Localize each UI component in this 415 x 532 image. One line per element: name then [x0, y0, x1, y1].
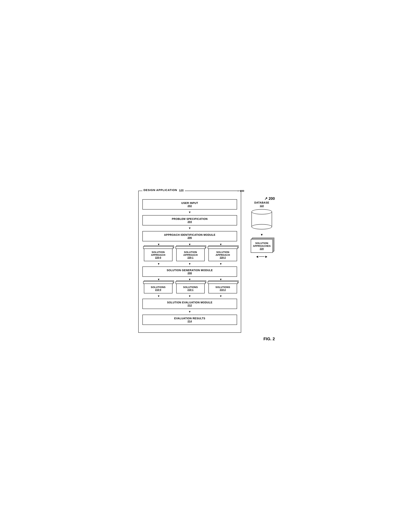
- paper-front-sol2: SOLUTIONS 210-2: [208, 284, 237, 294]
- arrow-sol-col2: [206, 294, 235, 299]
- sa-paper-front: SOLUTION APPROACHES 220: [251, 239, 273, 253]
- figure-label: FIG. 2: [138, 336, 277, 341]
- paper-front-sa0: SOLUTION APPROACH 220-0: [144, 248, 173, 261]
- arrow-user-to-prob: [142, 209, 237, 215]
- arrow-sa-col0: [144, 261, 173, 266]
- arrow-eval-to-results: [142, 309, 237, 314]
- arrow-prob-to-approach: [142, 226, 237, 231]
- diagram-ref: ← 200: [237, 190, 244, 192]
- diagram-area: DESIGN APPLICATION 120 ← 200 USER INPUT …: [138, 191, 277, 333]
- paper-front-sol1: SOLUTIONS 210-1: [176, 284, 205, 294]
- solution-approach-0: SOLUTION APPROACH 220-0: [142, 247, 173, 261]
- paper-front-sol0: SOLUTIONS 210-0: [144, 284, 173, 294]
- solutions-0: SOLUTIONS 210-0: [142, 282, 173, 294]
- arrow-sa-col1: [175, 261, 204, 266]
- page-container: DESIGN APPLICATION 120 ← 200 USER INPUT …: [135, 187, 280, 345]
- solution-gen-block: SOLUTION GENERATION MODULE 208: [142, 266, 237, 277]
- arrow-sol-col1: [175, 294, 204, 299]
- solutions-2: SOLUTIONS 210-2: [207, 282, 237, 294]
- arrow-sol-col0: [144, 294, 173, 299]
- database-label: DATABASE: [254, 201, 269, 204]
- db-solution-approaches: SOLUTION APPROACHES 220: [251, 239, 273, 253]
- solution-approach-2: SOLUTION APPROACH 220-2: [207, 247, 237, 261]
- eval-results-block: EVALUATION RESULTS 214: [142, 314, 237, 325]
- database-ref: 122: [260, 204, 264, 207]
- design-app-label: DESIGN APPLICATION 120: [142, 188, 185, 191]
- problem-spec-block: PROBLEM SPECIFICATION 204: [142, 215, 237, 226]
- main-flowchart-box: DESIGN APPLICATION 120 ← 200 USER INPUT …: [138, 191, 241, 333]
- user-input-block: USER INPUT 202: [142, 199, 237, 209]
- arrow-db-to-sa: ▼: [260, 233, 263, 237]
- solution-approaches-row: SOLUTION APPROACH 220-0 SOLUTION APPROAC…: [142, 247, 237, 261]
- solution-approach-1: SOLUTION APPROACH 220-1: [175, 247, 205, 261]
- solution-eval-block: SOLUTION EVALUATION MODULE 212: [142, 299, 237, 309]
- paper-front-sa2: SOLUTION APPROACH 220-2: [208, 248, 237, 261]
- solutions-1: SOLUTIONS 210-1: [175, 282, 205, 294]
- solutions-row: SOLUTIONS 210-0 SOLUTIONS 210-1: [142, 282, 237, 294]
- database-cylinder: [251, 209, 272, 229]
- bidirectional-arrows: ◀ ▶: [256, 255, 267, 258]
- cylinder-top: [251, 209, 272, 214]
- approach-id-block: APPROACH IDENTIFICATION MODULE 206: [142, 231, 237, 241]
- arrow-sa-col2: [206, 261, 235, 266]
- diagram-200-ref: ↗ 200: [264, 196, 275, 201]
- paper-front-sa1: SOLUTION APPROACH 220-1: [176, 248, 205, 261]
- database-section: ↗ 200 DATABASE 122 ▼ SOLUTION APP: [247, 196, 277, 258]
- cylinder-bottom: [251, 224, 272, 229]
